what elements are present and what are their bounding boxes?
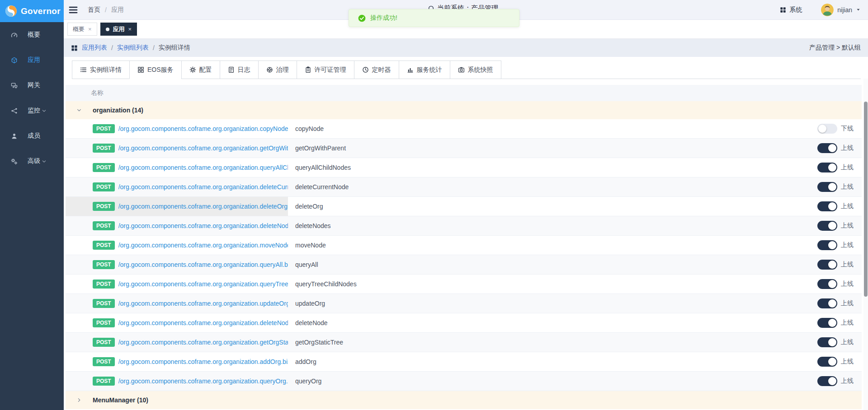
group-row-1[interactable]: MenuManager (10)	[66, 391, 862, 409]
service-name: deleteNodes	[295, 222, 817, 229]
online-toggle[interactable]	[817, 279, 837, 289]
hamburger-icon[interactable]	[68, 5, 79, 14]
table-row: POST /org.gocom.components.coframe.org.o…	[66, 333, 862, 352]
online-toggle[interactable]	[817, 221, 837, 231]
method-badge: POST	[93, 260, 115, 269]
online-toggle[interactable]	[817, 182, 837, 192]
service-path-link[interactable]: /org.gocom.components.coframe.org.organi…	[118, 300, 288, 307]
online-toggle[interactable]	[817, 124, 837, 134]
app-logo[interactable]: Governor	[0, 0, 64, 22]
online-toggle-cell: 上线	[817, 318, 862, 328]
sidebar-item-label: 网关	[28, 81, 40, 89]
sidebar-item-monitor[interactable]: 监控	[0, 98, 64, 123]
tab-detail[interactable]: 实例组详情	[72, 61, 130, 79]
scrollbar-thumb[interactable]	[864, 102, 868, 297]
sidebar-item-gateway[interactable]: 网关	[0, 73, 64, 98]
breadcrumb-link-app-list[interactable]: 应用列表	[82, 44, 107, 52]
list-icon	[80, 66, 87, 73]
service-path-link[interactable]: /org.gocom.components.coframe.org.organi…	[118, 358, 288, 365]
sidebar-item-app[interactable]: 应用	[0, 47, 64, 73]
tab-license[interactable]: 许可证管理	[297, 61, 354, 79]
table-row: POST /org.gocom.components.coframe.org.o…	[66, 313, 862, 333]
service-path-link[interactable]: /org.gocom.components.coframe.org.organi…	[118, 242, 288, 249]
tag-label: 应用	[113, 25, 125, 33]
online-toggle[interactable]	[817, 376, 837, 386]
table-row: POST /org.gocom.components.coframe.org.o…	[66, 197, 862, 216]
online-toggle[interactable]	[817, 201, 837, 211]
chevron-right-icon[interactable]	[76, 397, 82, 403]
toggle-knob	[828, 202, 836, 210]
tab-label: EOS服务	[147, 66, 174, 74]
online-toggle[interactable]	[817, 240, 837, 250]
breadcrumb-link-instance-group-list[interactable]: 实例组列表	[117, 44, 149, 52]
tab-label: 服务统计	[417, 66, 442, 74]
sidebar-item-member[interactable]: 成员	[0, 123, 64, 149]
service-path-link[interactable]: /org.gocom.components.coframe.org.organi…	[118, 339, 288, 346]
topbar-breadcrumb: 首页 / 应用	[88, 6, 124, 14]
sidebar-item-advanced[interactable]: 高级	[0, 149, 64, 174]
check-circle-icon	[358, 14, 366, 22]
method-badge: POST	[93, 241, 115, 250]
method-badge: POST	[93, 202, 115, 211]
table-row: POST /org.gocom.components.coframe.org.o…	[66, 236, 862, 255]
close-icon[interactable]: ×	[128, 26, 132, 32]
online-state-label: 上线	[841, 299, 854, 308]
service-path-link[interactable]: /org.gocom.components.coframe.org.organi…	[118, 164, 288, 171]
service-path-link[interactable]: /org.gocom.components.coframe.org.organi…	[118, 222, 288, 229]
tab-log[interactable]: 日志	[220, 61, 259, 79]
tag-overview[interactable]: 概要 ×	[67, 23, 97, 36]
tab-govern[interactable]: 治理	[258, 61, 297, 79]
toggle-knob	[828, 377, 836, 385]
method-badge: POST	[93, 318, 115, 327]
tab-snapshot[interactable]: 系统快照	[450, 61, 501, 79]
service-name: queryAll	[295, 261, 817, 268]
breadcrumb-separator: /	[153, 44, 155, 51]
table-row: POST /org.gocom.components.coframe.org.o…	[66, 294, 862, 313]
tab-timer[interactable]: 定时器	[354, 61, 399, 79]
service-path-link[interactable]: /org.gocom.components.coframe.org.organi…	[118, 261, 288, 268]
context-group-label: 产品管理 > 默认组	[809, 44, 861, 52]
online-toggle[interactable]	[817, 260, 837, 270]
system-menu-button[interactable]: 系统	[780, 6, 802, 14]
tab-eos[interactable]: EOS服务	[129, 61, 182, 79]
service-path-link[interactable]: /org.gocom.components.coframe.org.organi…	[118, 144, 288, 152]
service-path-link[interactable]: /org.gocom.components.coframe.org.organi…	[118, 183, 288, 191]
online-toggle[interactable]	[817, 143, 837, 153]
group-name: MenuManager (10)	[93, 396, 148, 404]
group-row-0[interactable]: organization (14)	[66, 101, 862, 119]
service-path-link[interactable]: /org.gocom.components.coframe.org.organi…	[118, 377, 288, 385]
chevron-down-icon[interactable]	[76, 107, 82, 113]
scrollbar-track	[863, 79, 868, 410]
service-path-link[interactable]: /org.gocom.components.coframe.org.organi…	[118, 125, 288, 132]
service-path-link[interactable]: /org.gocom.components.coframe.org.organi…	[118, 319, 288, 326]
tab-stats[interactable]: 服务统计	[399, 61, 450, 79]
online-toggle[interactable]	[817, 318, 837, 328]
online-toggle[interactable]	[817, 337, 837, 347]
chevron-down-icon	[42, 108, 47, 113]
toggle-knob	[828, 280, 836, 288]
service-path-link[interactable]: /org.gocom.components.coframe.org.organi…	[118, 280, 288, 288]
online-toggle[interactable]	[817, 298, 837, 308]
breadcrumb-home-link[interactable]: 首页	[88, 6, 100, 14]
service-path-link[interactable]: /org.gocom.components.coframe.org.organi…	[118, 203, 288, 210]
tab-config[interactable]: 配置	[181, 61, 220, 79]
user-menu-button[interactable]: nijian	[821, 4, 861, 16]
monitor-icon	[11, 107, 18, 114]
service-name: updateOrg	[295, 300, 817, 307]
toggle-knob	[828, 241, 836, 249]
table-row: POST /org.gocom.components.coframe.org.o…	[66, 119, 862, 139]
method-badge: POST	[93, 357, 115, 366]
service-path-cell: POST /org.gocom.components.coframe.org.o…	[66, 352, 288, 371]
service-name: deleteNode	[295, 319, 817, 326]
tag-app[interactable]: 应用 ×	[100, 23, 137, 36]
service-path-cell: POST /org.gocom.components.coframe.org.o…	[66, 255, 288, 274]
username: nijian	[837, 6, 852, 14]
online-state-label: 上线	[841, 377, 854, 385]
online-state-label: 上线	[841, 183, 854, 191]
online-toggle[interactable]	[817, 357, 837, 367]
close-icon[interactable]: ×	[88, 26, 92, 32]
table-row: POST /org.gocom.components.coframe.org.o…	[66, 216, 862, 236]
sidebar-item-overview[interactable]: 概要	[0, 22, 64, 47]
online-toggle[interactable]	[817, 163, 837, 172]
service-path-cell: POST /org.gocom.components.coframe.org.o…	[66, 158, 288, 177]
